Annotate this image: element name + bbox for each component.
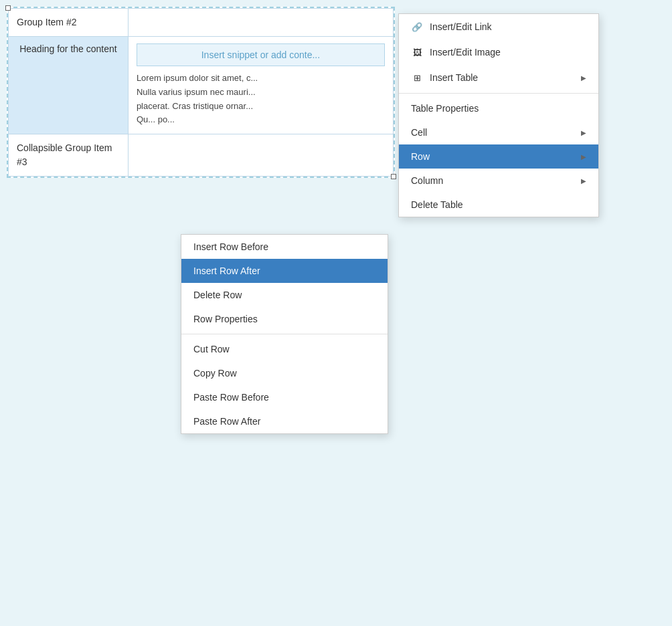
menu-label: Insert/Edit Link bbox=[430, 21, 492, 32]
menu-label: Cell bbox=[411, 127, 427, 138]
menu-label: Paste Row After bbox=[193, 416, 260, 427]
menu-item-table-properties[interactable]: Table Properties bbox=[399, 96, 598, 120]
heading-text: Heading for the content bbox=[19, 43, 117, 54]
menu-label: Insert/Edit Image bbox=[430, 47, 501, 58]
table-row: Group Item #2 bbox=[9, 9, 394, 37]
table-cell bbox=[128, 9, 393, 37]
editor-area: Group Item #2 Heading for the content In… bbox=[0, 0, 672, 626]
submenu-arrow-icon: ▶ bbox=[581, 129, 586, 136]
menu-item-column[interactable]: Column ▶ bbox=[399, 169, 598, 193]
menu-divider bbox=[399, 93, 598, 94]
table-cell: Collapsible Group Item #3 bbox=[9, 134, 129, 177]
menu-item-insert-row-before[interactable]: Insert Row Before bbox=[181, 235, 388, 259]
menu-item-paste-row-before[interactable]: Paste Row Before bbox=[181, 385, 388, 409]
submenu-arrow-icon: ▶ bbox=[581, 74, 586, 82]
menu-item-paste-row-after[interactable]: Paste Row After bbox=[181, 409, 388, 433]
cell-text: Collapsible Group Item #3 bbox=[17, 142, 112, 167]
menu-label: Delete Row bbox=[193, 290, 242, 300]
menu-label: Row bbox=[411, 151, 430, 162]
table-cell: Group Item #2 bbox=[9, 9, 129, 37]
menu-label: Row Properties bbox=[193, 314, 258, 324]
content-cell: Insert snippet or add conte... Lorem ips… bbox=[128, 37, 393, 134]
row-submenu: Insert Row Before Insert Row After Delet… bbox=[181, 234, 388, 434]
lorem-content: Lorem ipsum dolor sit amet, c... Nulla v… bbox=[137, 72, 385, 127]
image-icon: 🖼 bbox=[411, 46, 423, 58]
menu-item-cell[interactable]: Cell ▶ bbox=[399, 120, 598, 144]
menu-item-insert-edit-link[interactable]: 🔗 Insert/Edit Link bbox=[399, 14, 598, 39]
link-icon: 🔗 bbox=[411, 21, 423, 33]
submenu-arrow-icon: ▶ bbox=[581, 153, 586, 161]
heading-cell: Heading for the content bbox=[9, 37, 129, 134]
menu-label: Table Properties bbox=[411, 103, 479, 114]
menu-item-row-properties[interactable]: Row Properties bbox=[181, 307, 388, 331]
menu-label: Paste Row Before bbox=[193, 392, 269, 403]
menu-label: Column bbox=[411, 175, 443, 186]
menu-label: Insert Row Before bbox=[193, 241, 268, 252]
menu-label: Insert Row After bbox=[193, 266, 260, 276]
menu-label: Insert Table bbox=[430, 72, 478, 83]
menu-label: Copy Row bbox=[193, 368, 237, 379]
table-icon: ⊞ bbox=[411, 72, 423, 84]
menu-divider-2 bbox=[181, 334, 388, 334]
snippet-text: Insert snippet or add conte... bbox=[201, 49, 320, 60]
menu-label: Cut Row bbox=[193, 344, 230, 354]
menu-item-delete-table[interactable]: Delete Table bbox=[399, 193, 598, 217]
content-table: Group Item #2 Heading for the content In… bbox=[8, 8, 394, 177]
menu-item-insert-table[interactable]: ⊞ Insert Table ▶ bbox=[399, 65, 598, 90]
main-context-menu: 🔗 Insert/Edit Link 🖼 Insert/Edit Image ⊞… bbox=[398, 13, 599, 217]
cell-text: Group Item #2 bbox=[17, 17, 77, 27]
menu-item-insert-row-after[interactable]: Insert Row After bbox=[181, 259, 388, 283]
snippet-area[interactable]: Insert snippet or add conte... bbox=[137, 43, 385, 66]
menu-label: Delete Table bbox=[411, 199, 463, 210]
table-row: Collapsible Group Item #3 bbox=[9, 134, 394, 177]
menu-item-row[interactable]: Row ▶ bbox=[399, 144, 598, 169]
submenu-arrow-icon: ▶ bbox=[581, 177, 586, 185]
resize-handle-tl[interactable] bbox=[5, 5, 11, 11]
menu-item-insert-edit-image[interactable]: 🖼 Insert/Edit Image bbox=[399, 39, 598, 65]
menu-item-copy-row[interactable]: Copy Row bbox=[181, 361, 388, 385]
table-container: Group Item #2 Heading for the content In… bbox=[7, 7, 395, 178]
resize-handle-br[interactable] bbox=[391, 174, 396, 179]
table-cell bbox=[128, 134, 393, 177]
menu-item-delete-row[interactable]: Delete Row bbox=[181, 283, 388, 307]
table-row-heading: Heading for the content Insert snippet o… bbox=[9, 37, 394, 134]
menu-item-cut-row[interactable]: Cut Row bbox=[181, 337, 388, 361]
